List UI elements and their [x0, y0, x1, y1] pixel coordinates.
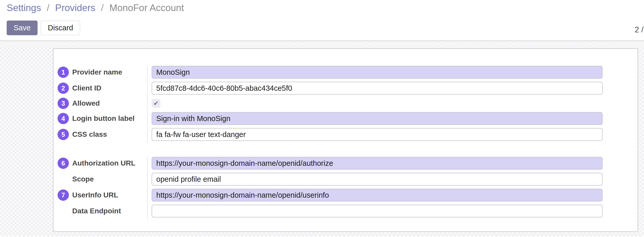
step-5-badge: 5	[58, 129, 69, 140]
form-row-css-class: 5 CSS class	[58, 128, 603, 144]
breadcrumb-providers[interactable]: Providers	[55, 3, 95, 13]
step-3-badge: 3	[58, 98, 69, 109]
form-row-userinfo-url: 7 UserInfo URL	[58, 189, 603, 205]
login-button-label-label: Login button label	[72, 114, 135, 123]
userinfo-url-input[interactable]	[152, 189, 603, 202]
step-7-badge: 7	[58, 189, 69, 201]
breadcrumb-separator: /	[101, 3, 104, 13]
form-row-provider-name: 1 Provider name	[58, 66, 603, 82]
control-panel: Settings / Providers / MonoFor Account S…	[0, 0, 644, 41]
css-class-input[interactable]	[152, 128, 603, 141]
form-row-login-button-label: 4 Login button label	[58, 112, 603, 128]
content-area: 1 Provider name 2 Client ID	[0, 41, 644, 236]
authorization-url-label: Authorization URL	[72, 159, 135, 167]
form-row-allowed: 3 Allowed ✔	[58, 98, 603, 112]
form-group-identity: 1 Provider name 2 Client ID	[58, 66, 603, 144]
provider-name-input[interactable]	[152, 66, 603, 79]
form-row-client-id: 2 Client ID	[58, 82, 603, 98]
save-button[interactable]: Save	[7, 21, 38, 35]
breadcrumb-settings[interactable]: Settings	[7, 3, 41, 13]
odoo-form-view: Settings / Providers / MonoFor Account S…	[0, 0, 644, 236]
toolbar: Save Discard	[7, 21, 644, 35]
allowed-checkbox[interactable]: ✔	[152, 99, 160, 108]
step-2-badge: 2	[58, 83, 69, 94]
provider-name-label: Provider name	[72, 68, 122, 76]
form-group-endpoints: 6 Authorization URL Scope	[58, 157, 603, 221]
form-row-authorization-url: 6 Authorization URL	[58, 157, 603, 173]
discard-button[interactable]: Discard	[41, 21, 80, 35]
allowed-label: Allowed	[72, 99, 100, 107]
login-button-label-input[interactable]	[152, 112, 603, 125]
record-pager[interactable]: 2 /	[635, 25, 643, 34]
breadcrumb: Settings / Providers / MonoFor Account	[7, 2, 644, 14]
userinfo-url-label: UserInfo URL	[72, 191, 118, 199]
step-6-badge: 6	[58, 158, 69, 169]
scope-label: Scope	[72, 175, 94, 183]
form-row-scope: Scope	[58, 173, 603, 189]
breadcrumb-current: MonoFor Account	[109, 3, 184, 13]
data-endpoint-label: Data Endpoint	[72, 207, 121, 215]
form-card: 1 Provider name 2 Client ID	[53, 48, 638, 232]
client-id-label: Client ID	[72, 84, 102, 92]
step-1-badge: 1	[58, 67, 69, 78]
data-endpoint-input[interactable]	[152, 205, 603, 217]
scope-input[interactable]	[152, 173, 603, 186]
step-4-badge: 4	[58, 113, 69, 124]
client-id-input[interactable]	[152, 82, 603, 95]
css-class-label: CSS class	[72, 130, 107, 139]
checkmark-icon: ✔	[153, 101, 158, 106]
breadcrumb-separator: /	[47, 3, 49, 13]
form-row-data-endpoint: Data Endpoint	[58, 205, 603, 221]
authorization-url-input[interactable]	[152, 157, 603, 170]
